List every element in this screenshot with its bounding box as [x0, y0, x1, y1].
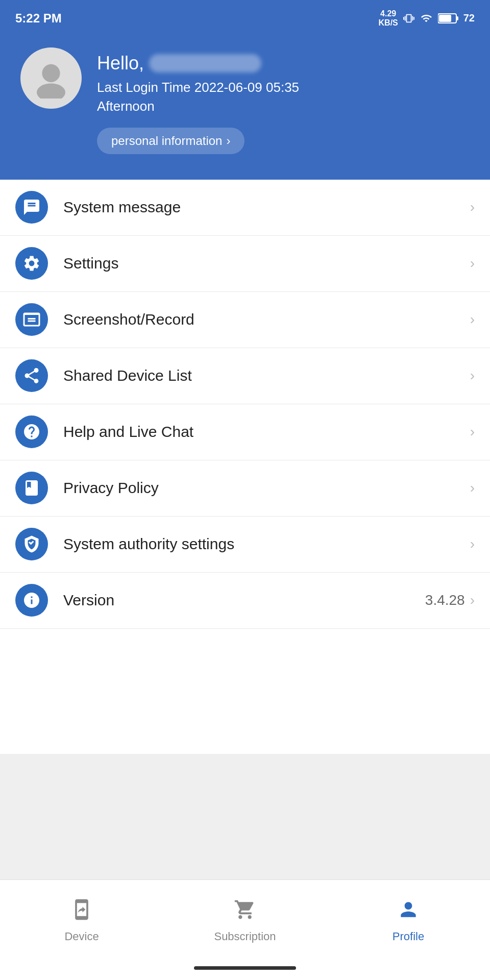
chevron-right: › — [470, 255, 475, 272]
shared-device-label: Shared Device List — [63, 367, 470, 384]
authority-label: System authority settings — [63, 535, 470, 553]
spacer — [0, 754, 490, 879]
help-label: Help and Live Chat — [63, 423, 470, 440]
settings-label: Settings — [63, 255, 470, 272]
system-message-label: System message — [63, 199, 470, 216]
svg-point-3 — [42, 64, 60, 82]
settings-icon — [15, 247, 48, 280]
share-icon — [22, 366, 41, 385]
nav-item-subscription[interactable]: Subscription — [163, 880, 327, 961]
chevron-right: › — [470, 199, 475, 215]
avatar-icon — [31, 58, 71, 99]
svg-rect-1 — [456, 16, 458, 20]
greeting: Hello, — [97, 53, 470, 74]
svg-rect-2 — [439, 15, 451, 22]
vibrate-icon — [403, 13, 414, 24]
help-icon — [15, 415, 48, 448]
nav-item-profile[interactable]: Profile — [327, 880, 490, 961]
nav-item-device[interactable]: Device — [0, 880, 163, 961]
bottom-nav: Device Subscription Profile — [0, 879, 490, 961]
chevron-right: › — [470, 424, 475, 440]
wifi-icon — [420, 13, 433, 24]
last-login-time: Last Login Time 2022-06-09 05:35 Afterno… — [97, 78, 470, 115]
info-icon — [22, 591, 41, 609]
subscription-nav-label: Subscription — [214, 930, 276, 943]
time: 5:22 PM — [15, 11, 62, 26]
menu-item-privacy[interactable]: Privacy Policy › — [0, 460, 490, 517]
chevron-right: › — [470, 592, 475, 608]
gear-icon — [22, 254, 41, 273]
svg-point-4 — [37, 84, 65, 99]
status-icons: 4.29KB/S 72 — [379, 9, 475, 27]
privacy-label: Privacy Policy — [63, 479, 470, 497]
data-speed: 4.29KB/S — [379, 9, 398, 27]
profile-nav-label: Profile — [393, 930, 424, 943]
status-bar: 5:22 PM 4.29KB/S 72 — [0, 0, 490, 32]
version-number: 3.4.28 — [425, 592, 465, 608]
screenshot-icon — [15, 303, 48, 336]
profile-header: Hello, Last Login Time 2022-06-09 05:35 … — [0, 32, 490, 180]
menu-item-version[interactable]: Version 3.4.28 › — [0, 573, 490, 629]
profile-info: Hello, Last Login Time 2022-06-09 05:35 … — [97, 47, 470, 154]
privacy-icon — [15, 472, 48, 504]
book-icon — [22, 479, 41, 497]
battery-icon — [438, 13, 458, 24]
shared-device-icon — [15, 359, 48, 392]
menu-item-system-message[interactable]: System message › — [0, 180, 490, 236]
device-nav-icon — [70, 898, 93, 926]
authority-icon — [15, 528, 48, 560]
system-message-icon — [15, 191, 48, 224]
chevron-right: › — [470, 480, 475, 496]
device-nav-label: Device — [64, 930, 99, 943]
shield-icon — [22, 535, 41, 553]
camera-icon — [22, 310, 41, 329]
version-icon — [15, 584, 48, 617]
menu-item-shared-device[interactable]: Shared Device List › — [0, 348, 490, 404]
chevron-right: › — [470, 368, 475, 384]
menu-list: System message › Settings › Screenshot/R… — [0, 180, 490, 754]
profile-nav-icon — [397, 898, 420, 926]
question-icon — [22, 423, 41, 441]
version-label: Version — [63, 592, 425, 609]
menu-item-help[interactable]: Help and Live Chat › — [0, 404, 490, 460]
home-bar — [194, 966, 296, 970]
screenshot-label: Screenshot/Record — [63, 311, 470, 328]
menu-item-settings[interactable]: Settings › — [0, 236, 490, 292]
chat-icon — [22, 198, 41, 216]
avatar — [20, 47, 82, 109]
menu-item-authority[interactable]: System authority settings › — [0, 517, 490, 573]
chevron-right: › — [470, 311, 475, 328]
menu-item-screenshot[interactable]: Screenshot/Record › — [0, 292, 490, 348]
subscription-nav-icon — [234, 898, 256, 926]
chevron-right: › — [470, 536, 475, 552]
username-blur — [149, 54, 261, 72]
home-indicator — [0, 961, 490, 980]
battery-level: 72 — [463, 12, 475, 24]
personal-info-button[interactable]: personal information › — [97, 128, 244, 154]
